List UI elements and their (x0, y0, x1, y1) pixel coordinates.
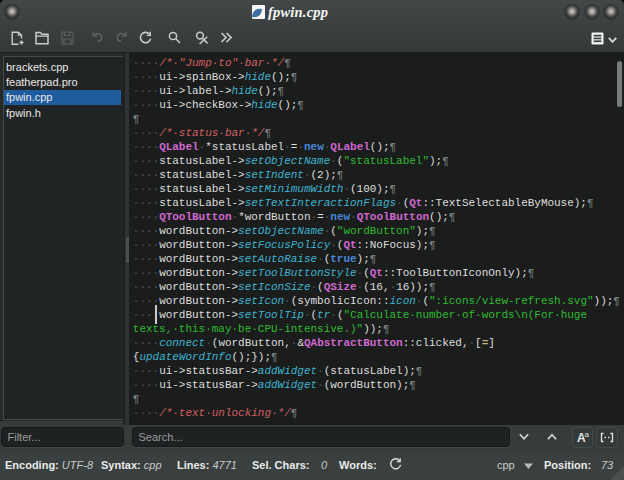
svg-text:a: a (585, 430, 590, 439)
